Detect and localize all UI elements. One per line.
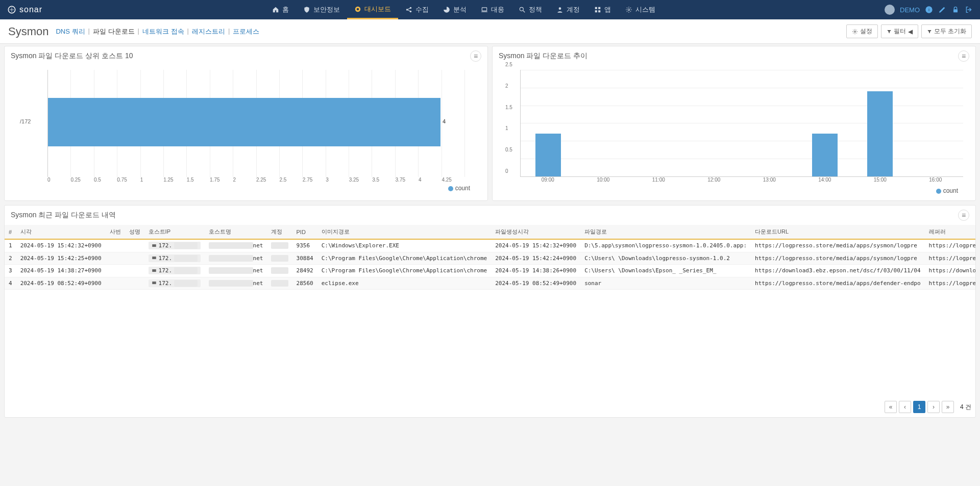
col-header[interactable]: 사번 bbox=[106, 225, 125, 239]
col-header[interactable]: 계정 bbox=[267, 225, 292, 239]
user-name[interactable]: DEMO bbox=[900, 6, 920, 14]
user-icon bbox=[556, 6, 564, 13]
svg-point-2 bbox=[356, 8, 359, 10]
svg-rect-19 bbox=[152, 257, 156, 259]
host-pill: 172.xxxxxxx bbox=[149, 242, 201, 249]
lock-icon[interactable] bbox=[951, 6, 960, 14]
col-header[interactable]: 파일경로 bbox=[580, 225, 751, 239]
table-row[interactable]: 22024-05-19 15:42:25+0900172.xxxxxxxxxxx… bbox=[5, 252, 975, 265]
top-nav: sonar 홈보안정보대시보드수집분석대응정책계정앱시스템 DEMO i bbox=[0, 0, 980, 19]
panel-title: Sysmon 파일 다운로드 추이 bbox=[499, 52, 587, 61]
vbar-09:00 bbox=[535, 134, 561, 176]
nav-search[interactable]: 정책 bbox=[511, 0, 549, 19]
col-header[interactable]: 성명 bbox=[125, 225, 144, 239]
settings-button[interactable]: 설정 bbox=[846, 24, 878, 38]
subtab-1[interactable]: 파일 다운로드 bbox=[93, 27, 135, 36]
svg-rect-11 bbox=[595, 10, 597, 12]
laptop-icon bbox=[481, 6, 488, 13]
svg-point-8 bbox=[558, 7, 561, 10]
panel-menu-icon[interactable]: ≡ bbox=[470, 50, 481, 62]
logo[interactable]: sonar bbox=[7, 5, 42, 14]
reset-button[interactable]: 모두 초기화 bbox=[921, 24, 972, 38]
pager-total: 4 건 bbox=[960, 403, 971, 412]
col-header[interactable]: 다운로드URL bbox=[751, 225, 925, 239]
gear-icon bbox=[852, 29, 858, 35]
vbar-chart: 00.511.522.5 bbox=[520, 70, 963, 177]
panel-top-hosts: Sysmon 파일 다운로드 상위 호스트 10 ≡ /172 4 00.250… bbox=[4, 46, 488, 201]
dashboard-icon bbox=[354, 6, 361, 13]
hbar-xaxis: 00.250.50.7511.251.51.7522.252.52.7533.2… bbox=[47, 177, 465, 183]
col-header[interactable]: 이미지경로 bbox=[317, 225, 492, 239]
content: Sysmon 파일 다운로드 상위 호스트 10 ≡ /172 4 00.250… bbox=[0, 46, 980, 418]
svg-rect-21 bbox=[152, 282, 156, 284]
nav-shield[interactable]: 보안정보 bbox=[296, 0, 347, 19]
host-pill: 172.xxxxxxx bbox=[149, 267, 201, 274]
chevron-left-icon: ◀ bbox=[908, 28, 913, 35]
panel-menu-icon[interactable]: ≡ bbox=[958, 50, 969, 62]
pager-first[interactable]: « bbox=[885, 401, 897, 413]
logo-icon bbox=[7, 5, 16, 14]
chart-legend: count bbox=[500, 185, 968, 198]
panel-title: Sysmon 최근 파일 다운로드 내역 bbox=[11, 211, 116, 220]
subtab-4[interactable]: 프로세스 bbox=[233, 27, 259, 36]
subtabs: DNS 쿼리|파일 다운로드|네트워크 접속|레지스트리|프로세스 bbox=[56, 27, 259, 36]
col-header[interactable]: 레퍼러 bbox=[925, 225, 975, 239]
grid-icon bbox=[594, 6, 601, 13]
nav-grid[interactable]: 앱 bbox=[587, 0, 618, 19]
sub-actions: 설정 필터◀ 모두 초기화 bbox=[846, 24, 972, 38]
svg-rect-10 bbox=[598, 7, 600, 9]
table-row[interactable]: 42024-05-19 08:52:49+0900172.xxxxxxxxxxx… bbox=[5, 277, 975, 290]
page-title: Sysmon bbox=[8, 25, 48, 38]
share-icon bbox=[405, 6, 412, 13]
avatar[interactable] bbox=[885, 5, 895, 15]
svg-text:i: i bbox=[928, 7, 929, 12]
pager: « ‹ 1 › » 4 건 bbox=[5, 397, 975, 417]
hbar-category: /172 bbox=[20, 118, 31, 124]
pager-next[interactable]: › bbox=[927, 401, 940, 413]
nav-share[interactable]: 수집 bbox=[398, 0, 436, 19]
nav-dashboard[interactable]: 대시보드 bbox=[347, 0, 398, 19]
svg-rect-16 bbox=[953, 9, 958, 12]
nav-user[interactable]: 계정 bbox=[549, 0, 587, 19]
filter-button[interactable]: 필터◀ bbox=[881, 24, 918, 38]
table-row[interactable]: 32024-05-19 14:38:27+0900172.xxxxxxxxxxx… bbox=[5, 265, 975, 277]
col-header[interactable]: 호스트IP bbox=[144, 225, 205, 239]
subtab-2[interactable]: 네트워크 접속 bbox=[142, 27, 184, 36]
nav-chart[interactable]: 분석 bbox=[436, 0, 474, 19]
nav-gear[interactable]: 시스템 bbox=[618, 0, 663, 19]
host-pill: 172.xxxxxxx bbox=[149, 254, 201, 262]
svg-rect-12 bbox=[598, 10, 600, 12]
col-header[interactable]: PID bbox=[292, 225, 317, 239]
col-header[interactable]: 파일생성시각 bbox=[491, 225, 580, 239]
col-header[interactable]: 시각 bbox=[16, 225, 106, 239]
filter-icon bbox=[927, 29, 932, 34]
pager-prev[interactable]: ‹ bbox=[899, 401, 911, 413]
subtab-3[interactable]: 레지스트리 bbox=[192, 27, 225, 36]
nav-laptop[interactable]: 대응 bbox=[474, 0, 511, 19]
host-pill: 172.xxxxxxx bbox=[149, 279, 201, 287]
nav-home[interactable]: 홈 bbox=[265, 0, 296, 19]
home-icon bbox=[272, 6, 279, 13]
nav-items: 홈보안정보대시보드수집분석대응정책계정앱시스템 bbox=[265, 0, 663, 19]
filter-icon bbox=[887, 29, 892, 34]
legend-dot bbox=[448, 186, 453, 191]
svg-point-7 bbox=[520, 7, 523, 11]
table-row[interactable]: 12024-05-19 15:42:32+0900172.xxxxxxxxxxx… bbox=[5, 239, 975, 252]
vbar-14:00 bbox=[812, 134, 838, 176]
subtab-0[interactable]: DNS 쿼리 bbox=[56, 27, 85, 36]
logout-icon[interactable] bbox=[965, 6, 973, 14]
legend-dot bbox=[936, 189, 941, 194]
panel-title: Sysmon 파일 다운로드 상위 호스트 10 bbox=[11, 52, 133, 61]
pager-last[interactable]: » bbox=[942, 401, 954, 413]
panel-menu-icon[interactable]: ≡ bbox=[958, 210, 969, 221]
pager-page[interactable]: 1 bbox=[913, 401, 925, 413]
svg-point-17 bbox=[854, 31, 855, 32]
gear-icon bbox=[625, 6, 632, 13]
col-header[interactable]: 호스트명 bbox=[205, 225, 267, 239]
nav-right: DEMO i bbox=[885, 5, 973, 15]
svg-rect-9 bbox=[595, 7, 597, 9]
pen-icon[interactable] bbox=[938, 6, 946, 14]
logo-text: sonar bbox=[19, 5, 42, 14]
col-header[interactable]: # bbox=[5, 225, 16, 239]
info-icon[interactable]: i bbox=[925, 6, 933, 14]
